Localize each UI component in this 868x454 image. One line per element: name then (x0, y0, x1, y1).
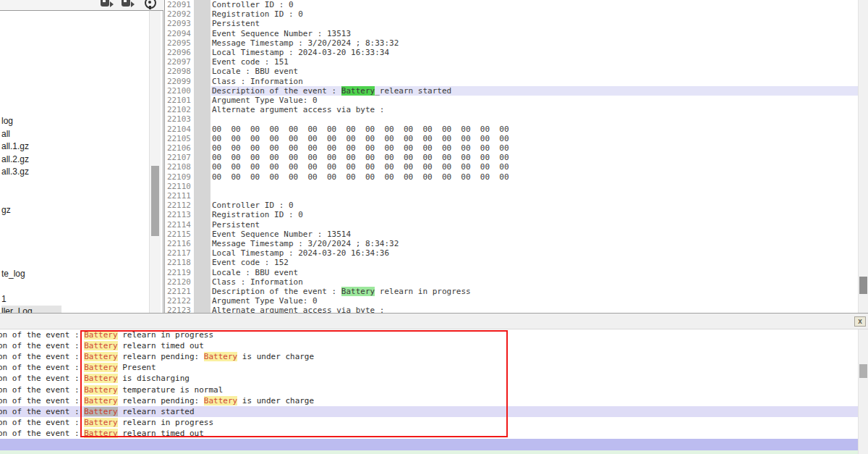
text-segment: is discharging (118, 374, 190, 383)
line-text: Event code : 151 (212, 57, 289, 67)
search-summary-row[interactable]: e event" （1个文件中匹配到1123次，总计查找1次） (0, 439, 868, 450)
log-line[interactable]: 22095Message Timestamp : 3/20/2024 ; 8:3… (165, 38, 859, 49)
result-row[interactable]: on of the event : Battery relearn pendin… (0, 395, 858, 406)
result-row[interactable]: on of the event : Battery relearn starte… (0, 406, 858, 417)
line-number: 22091 (165, 0, 191, 9)
search-match-highlight: Battery (84, 363, 117, 372)
log-line[interactable]: 22103 (165, 114, 859, 125)
log-line[interactable]: 22115Event Sequence Number : 13514 (165, 230, 859, 240)
export-log-icon[interactable] (101, 0, 114, 9)
results-scrollbar-thumb[interactable] (859, 364, 867, 378)
log-line[interactable]: 22121Description of the event : Battery … (165, 287, 859, 297)
log-line[interactable]: 22092Registration ID : 0 (165, 9, 859, 20)
log-line[interactable]: 22116Message Timestamp : 3/20/2024 ; 8:3… (165, 239, 859, 249)
log-line[interactable]: 22093Persistent (165, 19, 859, 29)
file-list-item[interactable]: ller_Log (1, 306, 61, 313)
log-line[interactable]: 22113Registration ID : 0 (165, 210, 859, 220)
file-panel-scrollbar-thumb[interactable] (151, 166, 159, 236)
result-row[interactable]: on of the event : Battery relearn in pro… (0, 417, 858, 428)
log-line[interactable]: 22120Class : Information (165, 277, 859, 287)
line-text: Registration ID : 0 (212, 210, 303, 219)
log-line[interactable]: 22118Event code : 152 (165, 258, 859, 268)
text-segment: 00 00 00 00 00 00 00 00 00 00 00 00 00 0… (212, 143, 509, 153)
file-list-item[interactable]: te_log (1, 268, 25, 279)
text-segment: on of the event : (0, 341, 84, 350)
editor-scrollbar-thumb[interactable] (859, 277, 867, 294)
log-line[interactable]: 22100Description of the event : Battery_… (165, 86, 859, 96)
result-row[interactable]: on of the event : Battery temperature is… (0, 384, 858, 395)
file-list-item[interactable]: gz (1, 204, 11, 216)
text-segment: Alternate argument access via byte : (212, 105, 384, 114)
log-line[interactable]: 22097Event code : 151 (165, 57, 859, 67)
log-line[interactable]: 2210600 00 00 00 00 00 00 00 00 00 00 00… (165, 143, 859, 154)
search-match-highlight: Battery (84, 374, 117, 383)
text-segment: Argument Type Value: 0 (212, 296, 318, 306)
line-number: 22108 (165, 162, 191, 172)
log-line[interactable]: 22112Controller ID : 0 (165, 201, 859, 211)
result-row[interactable]: on of the event : Battery relearn pendin… (0, 351, 858, 362)
file-panel-scrollbar[interactable] (149, 11, 161, 313)
log-line[interactable]: 22099Class : Information (165, 77, 859, 87)
text-segment: Message Timestamp : 3/20/2024 ; 8:34:32 (212, 239, 399, 248)
result-row[interactable]: on of the event : Battery relearn timed … (0, 340, 858, 351)
text-segment: Locale : BBU event (212, 67, 298, 76)
search-match-highlight: Battery (84, 407, 117, 416)
disk-shape (122, 0, 130, 7)
log-line[interactable]: 2210800 00 00 00 00 00 00 00 00 00 00 00… (165, 162, 859, 172)
text-segment: on of the event : (0, 396, 84, 405)
line-text: 00 00 00 00 00 00 00 00 00 00 00 00 00 0… (212, 153, 509, 162)
line-number: 22115 (165, 230, 191, 239)
log-line[interactable]: 22117Local Timestamp : 2024-03-20 16:34:… (165, 248, 859, 258)
log-line[interactable]: 2210700 00 00 00 00 00 00 00 00 00 00 00… (165, 153, 859, 163)
line-text: Class : Information (212, 77, 303, 86)
locate-target-icon[interactable] (145, 0, 156, 9)
line-text: 00 00 00 00 00 00 00 00 00 00 00 00 00 0… (212, 162, 509, 172)
line-text: Local Timestamp : 2024-03-20 16:34:36 (212, 248, 389, 258)
result-row[interactable]: on of the event : Battery Present (0, 362, 858, 373)
line-text: Persistent (212, 19, 260, 28)
log-line[interactable]: 22111 (165, 191, 859, 201)
log-line[interactable]: 22098Locale : BBU event (165, 67, 859, 77)
log-line[interactable]: 22110 (165, 182, 859, 192)
line-number: 22118 (165, 258, 191, 267)
log-line[interactable]: 22119Locale : BBU event (165, 268, 859, 278)
text-segment: is under charge (237, 352, 314, 361)
result-row[interactable]: on of the event : Battery relearn timed … (0, 428, 858, 439)
file-list-item[interactable]: all.1.gz (1, 140, 29, 152)
line-text: 00 00 00 00 00 00 00 00 00 00 00 00 00 0… (212, 125, 509, 134)
text-segment: Local Timestamp : 2024-03-20 16:34:36 (212, 248, 389, 258)
file-list-item[interactable]: all.3.gz (1, 166, 29, 177)
log-line[interactable]: 22123Alternate argument access via byte … (165, 306, 859, 313)
log-line[interactable]: 22101Argument Type Value: 0 (165, 96, 859, 106)
file-list-item[interactable]: all (1, 128, 10, 140)
text-segment: Event code : 152 (212, 258, 289, 267)
line-number: 22106 (165, 143, 191, 153)
file-list-item[interactable]: 1 (1, 293, 7, 305)
file-list-item[interactable]: log (1, 115, 13, 127)
line-text: Event code : 152 (212, 258, 289, 267)
log-line[interactable]: 22114Persistent (165, 220, 859, 230)
result-text: on of the event : Battery relearn pendin… (0, 351, 314, 362)
log-line[interactable]: 2210500 00 00 00 00 00 00 00 00 00 00 00… (165, 134, 859, 144)
log-line[interactable]: 22091Controller ID : 0 (165, 0, 859, 10)
log-line[interactable]: 22096Local Timestamp : 2024-03-20 16:33:… (165, 48, 859, 58)
text-segment: Description of the event : (212, 287, 341, 296)
log-line[interactable]: 22122Argument Type Value: 0 (165, 296, 859, 306)
disk-shape (101, 0, 109, 7)
text-segment: Argument Type Value: 0 (212, 96, 318, 105)
editor-scrollbar[interactable] (858, 0, 868, 313)
log-line[interactable]: 22102Alternate argument access via byte … (165, 105, 859, 115)
results-scrollbar[interactable] (858, 329, 868, 454)
line-text: Description of the event : Battery_relea… (212, 86, 451, 96)
file-list-item[interactable]: all.2.gz (1, 154, 29, 165)
close-results-button[interactable]: x (854, 316, 866, 327)
text-segment: on of the event : (0, 330, 84, 340)
log-line[interactable]: 2210400 00 00 00 00 00 00 00 00 00 00 00… (165, 125, 859, 135)
log-line[interactable]: 2210900 00 00 00 00 00 00 00 00 00 00 00… (165, 172, 859, 182)
result-row[interactable]: on of the event : Battery relearn in pro… (0, 329, 858, 340)
line-number: 22117 (165, 248, 191, 258)
result-row[interactable]: on of the event : Battery is discharging (0, 373, 858, 384)
log-line[interactable]: 22094Event Sequence Number : 13513 (165, 29, 859, 39)
search-file-path-row[interactable]: 01410M617000015-00040000-1620.tar (11)Ma… (0, 450, 868, 454)
export-log-2-icon[interactable] (122, 0, 135, 9)
